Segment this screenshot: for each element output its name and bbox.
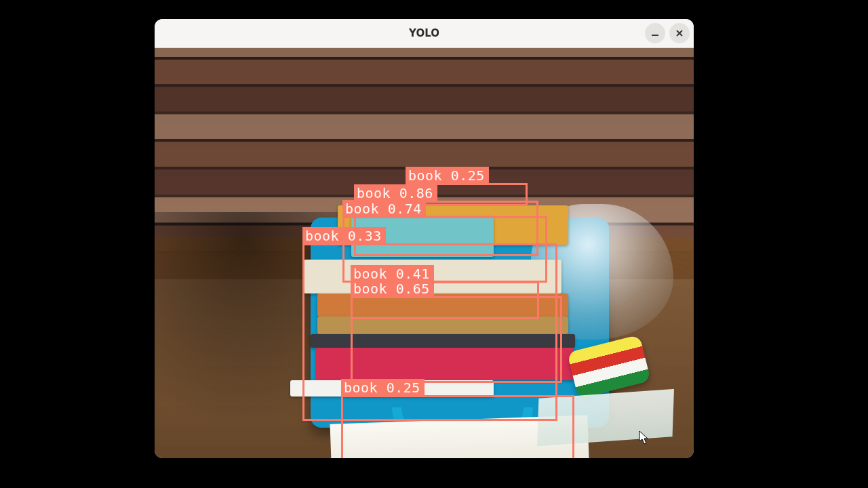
titlebar[interactable]: YOLO (155, 19, 694, 48)
detection-label: book 0.65 (351, 280, 434, 298)
detection-box: book 0.25 (341, 395, 574, 458)
close-button[interactable] (669, 23, 690, 43)
svg-rect-0 (652, 35, 658, 36)
detection-label: book 0.74 (342, 200, 426, 218)
detection-label: book 0.33 (302, 227, 386, 245)
detection-box: book 0.65 (351, 296, 562, 383)
image-viewport: book 0.25book 0.86book 0.74book 0.33book… (155, 48, 694, 458)
app-window: YOLO (155, 19, 694, 458)
window-title: YOLO (155, 27, 694, 39)
minimize-button[interactable] (645, 23, 665, 43)
window-controls (645, 23, 690, 43)
minimize-icon (650, 28, 660, 38)
detection-label: book 0.25 (406, 167, 489, 184)
detection-label: book 0.25 (341, 379, 425, 396)
close-icon (675, 28, 684, 38)
